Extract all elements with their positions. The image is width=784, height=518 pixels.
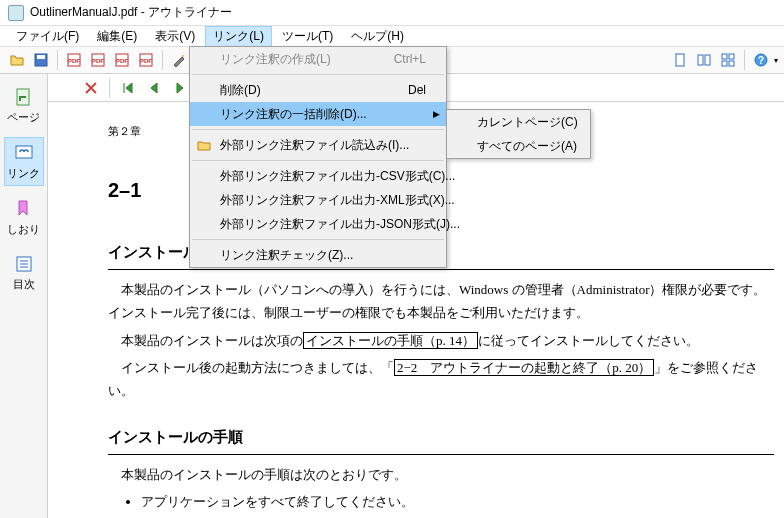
- link-dropdown-menu: リンク注釈の作成(L) Ctrl+L 削除(D) Del リンク注釈の一括削除(…: [189, 46, 447, 268]
- svg-rect-1: [37, 55, 45, 59]
- menu-item-create-link: リンク注釈の作成(L) Ctrl+L: [190, 47, 446, 71]
- menubar: ファイル(F) 編集(E) 表示(V) リンク(L) ツール(T) ヘルプ(H): [0, 26, 784, 46]
- svg-text:PDF: PDF: [116, 58, 128, 64]
- titlebar: OutlinerManualJ.pdf - アウトライナー: [0, 0, 784, 26]
- sidebar-item-toc[interactable]: 目次: [4, 249, 44, 296]
- menu-file[interactable]: ファイル(F): [8, 26, 87, 47]
- menu-item-delete[interactable]: 削除(D) Del: [190, 78, 446, 102]
- folder-icon: [196, 137, 212, 153]
- sidebar: ページ リンク しおり 目次: [0, 74, 48, 518]
- list-item: アプリケーションをすべて終了してください。: [141, 490, 775, 513]
- svg-rect-11: [676, 54, 684, 66]
- doc-link-install[interactable]: インストールの手順（p. 14）: [303, 332, 478, 349]
- svg-text:PDF: PDF: [92, 58, 104, 64]
- menu-item-batch-delete[interactable]: リンク注釈の一括削除(D)... ▶: [190, 102, 446, 126]
- pdf-button-1[interactable]: PDF: [63, 49, 85, 71]
- svg-rect-13: [705, 55, 710, 65]
- svg-text:PDF: PDF: [68, 58, 80, 64]
- menu-link[interactable]: リンク(L): [205, 26, 272, 47]
- batch-delete-submenu: カレントページ(C) すべてのページ(A): [446, 109, 591, 159]
- svg-rect-17: [729, 61, 734, 66]
- paragraph-3: インストール後の起動方法につきましては、「2−2 アウトライナーの起動と終了（p…: [108, 356, 774, 403]
- submenu-all-pages[interactable]: すべてのページ(A): [447, 134, 590, 158]
- svg-text:PDF: PDF: [140, 58, 152, 64]
- bookmark-icon: [13, 198, 35, 220]
- app-icon: [8, 5, 24, 21]
- svg-point-10: [182, 55, 184, 57]
- link-icon: [13, 142, 35, 164]
- menu-item-check-links[interactable]: リンク注釈チェック(Z)...: [190, 243, 446, 267]
- menu-item-export-json[interactable]: 外部リンク注釈ファイル出力-JSON形式(J)...: [190, 212, 446, 236]
- paragraph-4: 本製品のインストールの手順は次のとおりです。: [108, 463, 774, 486]
- layout-double-button[interactable]: [693, 49, 715, 71]
- delete-red-button[interactable]: [80, 77, 102, 99]
- pdf-button-3[interactable]: PDF: [111, 49, 133, 71]
- paragraph-2: 本製品のインストールは次項のインストールの手順（p. 14）に従ってインストール…: [108, 329, 774, 352]
- svg-rect-15: [729, 54, 734, 59]
- wand-button[interactable]: [168, 49, 190, 71]
- layout-single-button[interactable]: [669, 49, 691, 71]
- open-button[interactable]: [6, 49, 28, 71]
- menu-help[interactable]: ヘルプ(H): [343, 26, 412, 47]
- page-icon: [13, 86, 35, 108]
- paragraph-1: 本製品のインストール（パソコンへの導入）を行うには、Windows の管理者（A…: [108, 278, 774, 325]
- menu-edit[interactable]: 編集(E): [89, 26, 145, 47]
- doc-link-startup[interactable]: 2−2 アウトライナーの起動と終了（p. 20）: [394, 359, 654, 376]
- menu-tool[interactable]: ツール(T): [274, 26, 341, 47]
- menu-item-import[interactable]: 外部リンク注釈ファイル読込み(I)...: [190, 133, 446, 157]
- layout-grid-button[interactable]: [717, 49, 739, 71]
- menu-view[interactable]: 表示(V): [147, 26, 203, 47]
- window-title: OutlinerManualJ.pdf - アウトライナー: [30, 4, 232, 21]
- svg-rect-14: [722, 54, 727, 59]
- pdf-button-2[interactable]: PDF: [87, 49, 109, 71]
- sidebar-item-link[interactable]: リンク: [4, 137, 44, 186]
- sidebar-item-bookmark[interactable]: しおり: [4, 194, 44, 241]
- save-button[interactable]: [30, 49, 52, 71]
- svg-rect-12: [698, 55, 703, 65]
- help-button[interactable]: ?: [750, 49, 772, 71]
- menu-item-export-xml[interactable]: 外部リンク注釈ファイル出力-XML形式(X)...: [190, 188, 446, 212]
- sidebar-item-page[interactable]: ページ: [4, 82, 44, 129]
- procedure-list: アプリケーションをすべて終了してください。 本製品をご購入時にダウンロードしたセ…: [141, 490, 775, 518]
- nav-next-button[interactable]: [169, 77, 191, 99]
- submenu-current-page[interactable]: カレントページ(C): [447, 110, 590, 134]
- dropdown-arrow-icon[interactable]: ▾: [774, 56, 778, 65]
- menu-item-export-csv[interactable]: 外部リンク注釈ファイル出力-CSV形式(C)...: [190, 164, 446, 188]
- submenu-arrow-icon: ▶: [433, 109, 440, 119]
- svg-rect-16: [722, 61, 727, 66]
- toc-icon: [13, 253, 35, 275]
- svg-text:?: ?: [758, 55, 764, 66]
- nav-prev-button[interactable]: [143, 77, 165, 99]
- pdf-button-4[interactable]: PDF: [135, 49, 157, 71]
- nav-first-button[interactable]: [117, 77, 139, 99]
- heading-procedure: インストールの手順: [108, 423, 774, 455]
